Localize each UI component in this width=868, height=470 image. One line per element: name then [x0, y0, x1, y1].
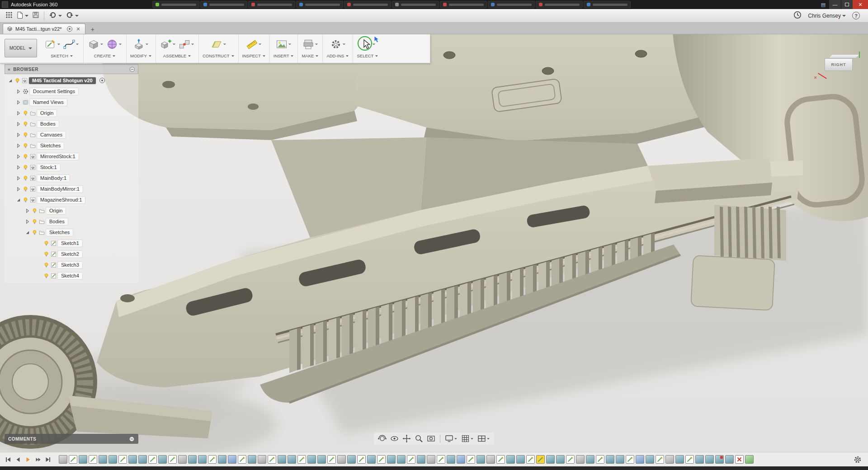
workspace-selector-button[interactable]: MODEL	[5, 39, 37, 57]
zoom-button[interactable]	[413, 433, 425, 444]
timeline-feature-sketch[interactable]	[656, 455, 664, 464]
timeline-feature-sketch[interactable]	[685, 455, 694, 464]
play-button[interactable]	[24, 455, 33, 464]
3d-viewport[interactable]: RIGHT ✕ « BROWSER M45 Tactical Shotgun v…	[0, 34, 868, 452]
close-tab-icon[interactable]: ✕	[75, 26, 81, 32]
external-browser-tab[interactable]	[584, 1, 631, 8]
external-browser-tab[interactable]	[536, 1, 583, 8]
timeline-feature-feature[interactable]	[278, 455, 286, 464]
create-sketch-button[interactable]	[44, 38, 61, 51]
timeline-feature-sketch[interactable]	[148, 455, 157, 464]
measure-button[interactable]	[245, 38, 262, 51]
create-box-button[interactable]	[87, 38, 104, 51]
timeline-feature-sketch[interactable]	[566, 455, 575, 464]
maximize-button[interactable]	[841, 0, 853, 9]
browser-item-document-settings[interactable]: Document Settings	[5, 86, 138, 97]
browser-item-origin[interactable]: Origin	[5, 205, 138, 216]
timeline-feature-gray[interactable]	[576, 455, 585, 464]
widget-icon[interactable]: ▤	[817, 0, 829, 9]
help-button[interactable]: ?	[852, 12, 860, 19]
timeline-feature-feature[interactable]	[198, 455, 207, 464]
timeline-feature-sketch[interactable]	[208, 455, 217, 464]
timeline-feature-feature[interactable]	[79, 455, 87, 464]
timeline-feature-feature[interactable]	[188, 455, 197, 464]
timeline-feature-warn[interactable]	[715, 455, 724, 464]
expand-arrow-icon[interactable]	[7, 78, 13, 84]
browser-item-canvases[interactable]: Canvases	[5, 129, 138, 140]
timeline-feature-feature[interactable]	[476, 455, 485, 464]
external-browser-tab[interactable]	[488, 1, 535, 8]
timeline-feature-gray[interactable]	[178, 455, 187, 464]
browser-item-bodies[interactable]: Bodies	[5, 216, 138, 227]
external-browser-tab[interactable]	[200, 1, 247, 8]
ribbon-group-label[interactable]: MODIFY	[130, 53, 152, 58]
timeline-feature-feature[interactable]	[317, 455, 326, 464]
construct-plane-button[interactable]	[210, 38, 227, 51]
timeline-feature-error[interactable]	[735, 455, 744, 464]
ribbon-group-label[interactable]: CONSTRUCT	[203, 53, 235, 58]
timeline-feature-feature[interactable]	[447, 455, 455, 464]
activate-document-icon[interactable]	[66, 26, 73, 32]
timeline-feature-sketch[interactable]	[168, 455, 177, 464]
timeline-feature-feature[interactable]	[128, 455, 137, 464]
ribbon-group-label[interactable]: INSERT	[274, 53, 294, 58]
minimize-button[interactable]: —	[829, 0, 841, 9]
ribbon-group-label[interactable]: SELECT	[357, 53, 378, 58]
timeline-feature-feature[interactable]	[586, 455, 594, 464]
timeline-feature-sketch[interactable]	[437, 455, 445, 464]
browser-item-magazineshroud-1[interactable]: MagazineShroud:1	[5, 194, 138, 205]
display-settings-button[interactable]	[443, 433, 459, 444]
external-browser-tab[interactable]	[248, 1, 295, 8]
timeline-feature-feature[interactable]	[516, 455, 525, 464]
ribbon-group-label[interactable]: SKETCH	[51, 53, 73, 58]
timeline-feature-selected[interactable]	[536, 455, 545, 464]
close-button[interactable]: ✕	[853, 0, 868, 9]
redo-button[interactable]	[64, 10, 80, 21]
timeline-feature-gray[interactable]	[486, 455, 495, 464]
look-at-button[interactable]	[389, 433, 400, 444]
timeline-feature-gray[interactable]	[665, 455, 674, 464]
new-component-button[interactable]	[160, 38, 176, 51]
user-account-menu[interactable]: Chris Gensey	[808, 13, 846, 19]
ribbon-group-label[interactable]: ADD-INS	[326, 53, 349, 58]
browser-item-sketch1[interactable]: Sketch1	[5, 238, 138, 249]
ribbon-group-label[interactable]: ASSEMBLE	[163, 53, 191, 58]
timeline-feature-feature[interactable]	[387, 455, 396, 464]
comments-bar[interactable]: COMMENTS	[5, 434, 138, 444]
timeline-feature-feature[interactable]	[695, 455, 704, 464]
viewcube-top-face[interactable]	[828, 54, 860, 58]
timeline-feature-feature[interactable]	[417, 455, 425, 464]
timeline-feature-sketch[interactable]	[118, 455, 127, 464]
browser-item-mirroredstock-1[interactable]: MirroredStock:1	[5, 151, 138, 162]
make-print-button[interactable]	[302, 38, 319, 51]
external-browser-tab[interactable]	[296, 1, 343, 8]
press-pull-button[interactable]	[132, 38, 149, 51]
spline-button[interactable]	[63, 38, 80, 51]
timeline-feature-gray[interactable]	[59, 455, 67, 464]
timeline-feature-feature[interactable]	[138, 455, 147, 464]
viewports-button[interactable]	[476, 433, 491, 444]
timeline-feature-sketch[interactable]	[496, 455, 505, 464]
timeline-feature-feature[interactable]	[546, 455, 555, 464]
timeline-feature-sketch[interactable]	[69, 455, 77, 464]
timeline-feature-feature[interactable]	[99, 455, 107, 464]
pan-button[interactable]	[401, 433, 412, 444]
grid-display-button[interactable]	[460, 433, 475, 444]
insert-image-button[interactable]	[275, 38, 292, 51]
minimize-comments-icon[interactable]	[129, 436, 135, 442]
timeline-settings-gear-icon[interactable]	[854, 456, 862, 464]
browser-item-named-views[interactable]: Named Views	[5, 97, 138, 108]
minimize-panel-icon[interactable]	[129, 66, 135, 72]
timeline-feature-feature[interactable]	[108, 455, 117, 464]
notifications-clock-icon[interactable]	[793, 11, 802, 21]
browser-item-origin[interactable]: Origin	[5, 108, 138, 118]
skip-to-end-button[interactable]	[43, 455, 52, 464]
timeline-feature-sketch[interactable]	[238, 455, 246, 464]
timeline-feature-feature[interactable]	[606, 455, 614, 464]
timeline-feature-feature[interactable]	[347, 455, 356, 464]
save-button[interactable]	[30, 10, 41, 21]
timeline-feature-feature[interactable]	[367, 455, 376, 464]
browser-item-bodies[interactable]: Bodies	[5, 118, 138, 129]
browser-root-component[interactable]: M45 Tactical Shotgun v20	[5, 75, 138, 86]
browser-panel-header[interactable]: « BROWSER	[5, 64, 138, 74]
